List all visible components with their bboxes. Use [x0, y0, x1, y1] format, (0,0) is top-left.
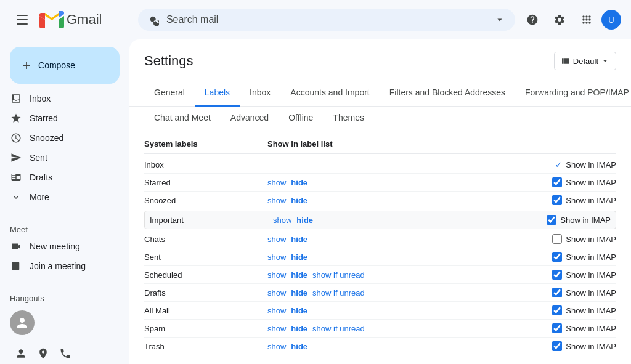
- tab-forwarding[interactable]: Forwarding and POP/IMAP: [515, 80, 631, 107]
- settings-content: Settings Default General Labels Inbox Ac…: [129, 39, 631, 364]
- star-icon: [10, 113, 22, 124]
- tab-general[interactable]: General: [144, 80, 195, 107]
- sidebar-item-snoozed[interactable]: Snoozed: [0, 128, 120, 148]
- density-button[interactable]: Default: [554, 52, 616, 70]
- avatar[interactable]: U: [601, 10, 621, 30]
- apps-button[interactable]: [574, 7, 599, 32]
- all-mail-imap-checkbox[interactable]: [552, 305, 562, 315]
- tab-offline[interactable]: Offline: [279, 107, 323, 129]
- drafts-unread-link[interactable]: show if unread: [312, 288, 365, 297]
- hangouts-profile-icon[interactable]: [10, 342, 32, 364]
- spam-hide-link[interactable]: hide: [291, 324, 307, 333]
- spam-show-link[interactable]: show: [267, 324, 286, 333]
- snoozed-imap-checkbox[interactable]: [552, 195, 562, 205]
- trash-hide-link[interactable]: hide: [291, 342, 307, 351]
- starred-show-link[interactable]: show: [267, 178, 286, 187]
- row-important-actions: show hide: [273, 216, 458, 225]
- sent-show-link[interactable]: show: [267, 253, 286, 262]
- video-icon: [10, 241, 22, 252]
- tab-labels[interactable]: Labels: [195, 80, 240, 107]
- spam-unread-link[interactable]: show if unread: [312, 324, 365, 333]
- sidebar-item-drafts[interactable]: Drafts: [0, 168, 120, 187]
- scheduled-show-link[interactable]: show: [267, 270, 286, 280]
- logo-area: Gmail: [10, 7, 133, 32]
- trash-imap-checkbox[interactable]: [552, 341, 562, 351]
- snoozed-hide-link[interactable]: hide: [291, 196, 307, 205]
- sidebar-item-starred-label: Starred: [30, 113, 110, 123]
- row-sent-actions: show hide: [267, 253, 452, 262]
- all-mail-hide-link[interactable]: hide: [291, 306, 307, 315]
- tab-filters[interactable]: Filters and Blocked Addresses: [380, 80, 515, 107]
- row-drafts-actions: show hide show if unread: [267, 288, 452, 297]
- important-imap-label: Show in IMAP: [560, 216, 611, 225]
- tab-inbox[interactable]: Inbox: [240, 80, 280, 107]
- table-row-sent: Sent show hide Show in IMAP: [144, 248, 616, 266]
- settings-button[interactable]: [547, 7, 572, 32]
- starred-hide-link[interactable]: hide: [291, 178, 307, 187]
- tab-chat-meet[interactable]: Chat and Meet: [144, 107, 221, 129]
- hangouts-icons: [0, 340, 129, 364]
- tab-advanced[interactable]: Advanced: [221, 107, 279, 129]
- compose-button[interactable]: + Compose: [10, 47, 120, 84]
- row-trash-imap: Show in IMAP: [452, 341, 616, 351]
- spam-imap-label: Show in IMAP: [566, 324, 616, 333]
- scheduled-hide-link[interactable]: hide: [291, 270, 307, 280]
- row-snoozed-label: Snoozed: [144, 196, 267, 205]
- row-snoozed-imap: Show in IMAP: [452, 195, 616, 205]
- compose-plus-icon: +: [22, 57, 31, 74]
- hamburger-icon: [17, 15, 28, 25]
- header: Gmail U: [0, 0, 631, 39]
- gmail-logo-icon: [39, 11, 64, 28]
- chats-show-link[interactable]: show: [267, 235, 286, 244]
- trash-show-link[interactable]: show: [267, 342, 286, 351]
- row-spam-actions: show hide show if unread: [267, 324, 452, 333]
- hamburger-button[interactable]: [10, 7, 35, 32]
- density-label: Default: [573, 57, 598, 66]
- hangouts-avatar: [10, 310, 35, 335]
- sidebar-item-inbox[interactable]: Inbox: [0, 89, 120, 108]
- gmail-logo[interactable]: Gmail: [39, 11, 102, 28]
- drafts-show-link[interactable]: show: [267, 288, 286, 297]
- row-sent-label: Sent: [144, 253, 267, 262]
- row-spam-imap: Show in IMAP: [452, 323, 616, 333]
- important-show-link[interactable]: show: [273, 216, 291, 225]
- hangouts-location-icon[interactable]: [32, 342, 54, 364]
- col-header-label: System labels: [144, 139, 267, 148]
- trash-imap-label: Show in IMAP: [566, 342, 616, 351]
- chats-imap-checkbox[interactable]: [552, 234, 562, 244]
- sidebar-item-join-meeting[interactable]: Join a meeting: [0, 256, 120, 276]
- chats-hide-link[interactable]: hide: [291, 235, 307, 244]
- all-mail-show-link[interactable]: show: [267, 306, 286, 315]
- tab-themes[interactable]: Themes: [323, 107, 374, 129]
- sent-hide-link[interactable]: hide: [291, 253, 307, 262]
- drafts-hide-link[interactable]: hide: [291, 288, 307, 297]
- hangouts-phone-icon[interactable]: [54, 342, 76, 364]
- scheduled-unread-link[interactable]: show if unread: [312, 270, 365, 280]
- important-imap-checkbox[interactable]: [547, 215, 556, 225]
- sidebar-item-more[interactable]: More: [0, 187, 120, 207]
- sidebar: + Compose Inbox Starred Snoozed: [0, 39, 129, 364]
- hangouts-area: [0, 305, 129, 340]
- sidebar-item-sent[interactable]: Sent: [0, 148, 120, 168]
- search-input[interactable]: [166, 14, 487, 25]
- snoozed-show-link[interactable]: show: [267, 196, 286, 205]
- sidebar-item-drafts-label: Drafts: [30, 172, 110, 182]
- scheduled-imap-label: Show in IMAP: [566, 270, 616, 280]
- grid-icon: [10, 261, 22, 272]
- table-row-important: Important show hide Show in IMAP: [144, 211, 616, 229]
- search-dropdown-icon[interactable]: [494, 14, 505, 26]
- help-button[interactable]: [520, 7, 545, 32]
- settings-header: Settings Default: [129, 39, 631, 70]
- row-all-mail-label: All Mail: [144, 306, 267, 315]
- sidebar-item-new-meeting[interactable]: New meeting: [0, 237, 120, 256]
- sidebar-item-starred[interactable]: Starred: [0, 108, 120, 128]
- drafts-imap-checkbox[interactable]: [552, 288, 562, 297]
- tab-accounts[interactable]: Accounts and Import: [280, 80, 379, 107]
- secondary-tabs: Chat and Meet Advanced Offline Themes: [129, 107, 631, 129]
- important-hide-link[interactable]: hide: [296, 216, 313, 225]
- row-snoozed-actions: show hide: [267, 196, 452, 205]
- starred-imap-checkbox[interactable]: [552, 177, 562, 187]
- scheduled-imap-checkbox[interactable]: [552, 270, 562, 280]
- spam-imap-checkbox[interactable]: [552, 323, 562, 333]
- sent-imap-checkbox[interactable]: [552, 252, 562, 262]
